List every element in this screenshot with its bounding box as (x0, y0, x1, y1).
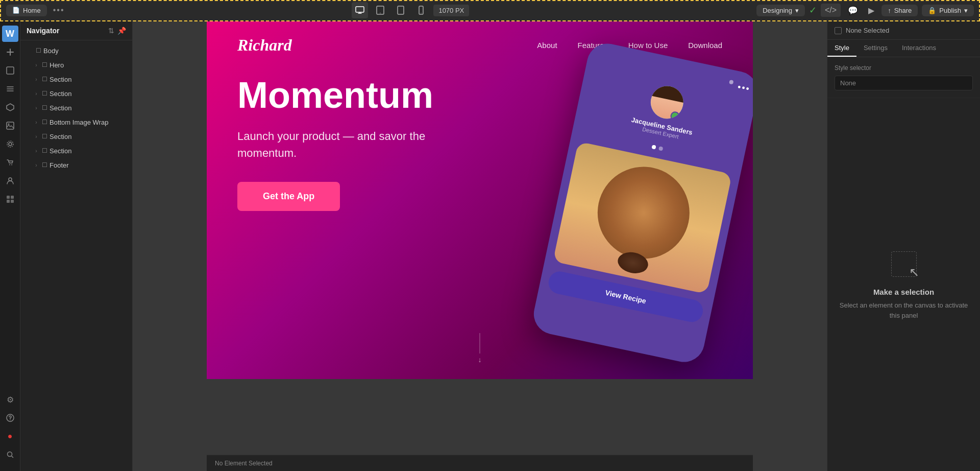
nav-item-body[interactable]: ☐ Body (20, 43, 132, 58)
panel-tab-settings[interactable]: Settings (856, 40, 895, 57)
nav-item-section-2[interactable]: › ☐ Section (20, 86, 132, 101)
nav-chevron: › (33, 134, 40, 139)
search-btn[interactable] (2, 446, 18, 463)
nav-item-hero[interactable]: › ☐ Hero (20, 58, 132, 72)
code-btn[interactable]: </> (821, 4, 841, 17)
nav-chevron: › (33, 62, 40, 68)
svg-rect-18 (11, 200, 14, 203)
phone-dot-1 (729, 80, 733, 84)
panel-tab-style[interactable]: Style (827, 40, 856, 57)
panel-tab-interactions[interactable]: Interactions (895, 40, 943, 57)
nav-link-how-to-use[interactable]: How to Use (628, 41, 668, 50)
nav-label-section-2: Section (50, 90, 71, 98)
panel-checkbox[interactable] (835, 27, 842, 34)
preview-indicator[interactable]: ● (2, 428, 18, 444)
nav-item-section-4[interactable]: › ☐ Section (20, 129, 132, 144)
publish-arrow: ▾ (964, 7, 968, 14)
nav-item-bottom-image-wrap[interactable]: › ☐ Bottom Image Wrap (20, 115, 132, 129)
make-selection-desc: Select an element on the canvas to activ… (838, 300, 970, 320)
pages-panel-btn[interactable] (2, 62, 18, 79)
main-layout: W ⚙ (0, 21, 980, 471)
nav-item-footer[interactable]: › ☐ Footer (20, 158, 132, 172)
help-btn[interactable] (2, 410, 18, 426)
website-preview[interactable]: Richard About Features How to Use Downlo… (207, 21, 753, 379)
tab-label: Home (23, 7, 41, 14)
assets-panel-btn[interactable] (2, 117, 18, 134)
status-text: No Element Selected (215, 460, 273, 467)
scroll-indicator: ↓ (478, 333, 482, 364)
nav-label-body: Body (43, 47, 59, 55)
svg-rect-16 (11, 196, 14, 199)
home-tab[interactable]: 📄 Home (6, 5, 47, 16)
play-btn[interactable]: ▶ (865, 4, 877, 17)
nav-item-section-3[interactable]: › ☐ Section (20, 101, 132, 115)
nav-item-section-1[interactable]: › ☐ Section (20, 72, 132, 86)
tablet-lg-btn[interactable] (372, 2, 388, 18)
desktop-btn[interactable] (352, 2, 368, 18)
selection-cursor-graphic: ↖ (889, 249, 919, 279)
svg-rect-17 (7, 200, 10, 203)
svg-point-11 (7, 141, 13, 147)
navigator-panel: Navigator ⇅ 📌 ☐ Body › ☐ Hero › ☐ (20, 21, 133, 471)
toolbar-left: 📄 Home ••• (6, 5, 65, 16)
nav-box-icon: ☐ (42, 161, 47, 169)
svg-rect-15 (7, 196, 10, 199)
nav-chevron: › (33, 162, 40, 168)
mobile-btn[interactable] (413, 2, 429, 18)
more-pages-btn[interactable]: ••• (53, 6, 65, 15)
svg-point-13 (11, 164, 12, 166)
svg-point-10 (9, 143, 12, 146)
canvas-width-display[interactable]: 1070 PX (433, 5, 469, 16)
user-btn[interactable] (2, 173, 18, 189)
nav-box-icon: ☐ (42, 61, 47, 68)
publish-btn[interactable]: 🔒 Publish ▾ (922, 5, 974, 16)
settings-btn[interactable]: ⚙ (2, 391, 18, 408)
nav-label-hero: Hero (50, 61, 64, 69)
save-btn[interactable]: ✓ (809, 5, 817, 16)
cta-button[interactable]: Get the App (237, 182, 340, 211)
tablet-btn[interactable] (393, 2, 409, 18)
make-selection-title: Make a selection (873, 288, 934, 296)
mode-selector[interactable]: Designing ▾ (756, 5, 805, 16)
nav-link-about[interactable]: About (537, 41, 557, 50)
site-hero: Momentum Launch your product — and savor… (207, 65, 753, 221)
nav-box-icon: ☐ (42, 104, 47, 111)
nav-chevron: › (33, 148, 40, 154)
nav-link-download[interactable]: Download (688, 41, 722, 50)
site-subheadline: Launch your product — and savor the mome… (237, 128, 482, 161)
apps-btn[interactable] (2, 191, 18, 207)
nav-sort-icon[interactable]: ⇅ (108, 27, 114, 35)
nav-box-icon: ☐ (42, 119, 47, 126)
style-selector-section: Style selector None (827, 57, 980, 98)
toolbar-right: Designing ▾ ✓ </> 💬 ▶ ↑ Share 🔒 Publish … (756, 4, 974, 17)
nav-chevron: › (33, 120, 40, 125)
add-panel-btn[interactable] (2, 44, 18, 60)
site-headline: Momentum (237, 75, 722, 115)
svg-rect-3 (398, 6, 404, 14)
svg-point-9 (8, 124, 9, 125)
canvas-wrapper: Richard About Features How to Use Downlo… (207, 21, 753, 471)
nav-label-bottom-image-wrap: Bottom Image Wrap (50, 119, 108, 126)
mode-arrow: ▾ (795, 7, 799, 14)
nav-chevron: › (33, 105, 40, 111)
ecomm-btn[interactable] (2, 154, 18, 171)
cms-btn[interactable] (2, 136, 18, 152)
lock-icon: 🔒 (928, 7, 936, 14)
nav-box-icon: ☐ (42, 147, 47, 154)
navigator-header: Navigator ⇅ 📌 (20, 21, 132, 40)
share-btn[interactable]: ↑ Share (881, 5, 918, 16)
style-selector-box[interactable]: None (835, 76, 973, 90)
svg-rect-8 (7, 122, 14, 129)
nav-header-icons: ⇅ 📌 (108, 27, 126, 35)
nav-box-icon: ☐ (42, 90, 47, 97)
svg-point-2 (380, 13, 381, 13)
components-panel-btn[interactable] (2, 99, 18, 115)
nav-pin-icon[interactable]: 📌 (117, 27, 126, 35)
scroll-line (480, 333, 480, 354)
none-selected-label: None Selected (846, 27, 889, 34)
nav-item-section-5[interactable]: › ☐ Section (20, 144, 132, 158)
layers-panel-btn[interactable] (2, 81, 18, 97)
canvas-area[interactable]: Richard About Features How to Use Downlo… (133, 21, 827, 471)
webflow-logo-btn[interactable]: W (2, 26, 18, 42)
comment-btn[interactable]: 💬 (845, 4, 861, 17)
